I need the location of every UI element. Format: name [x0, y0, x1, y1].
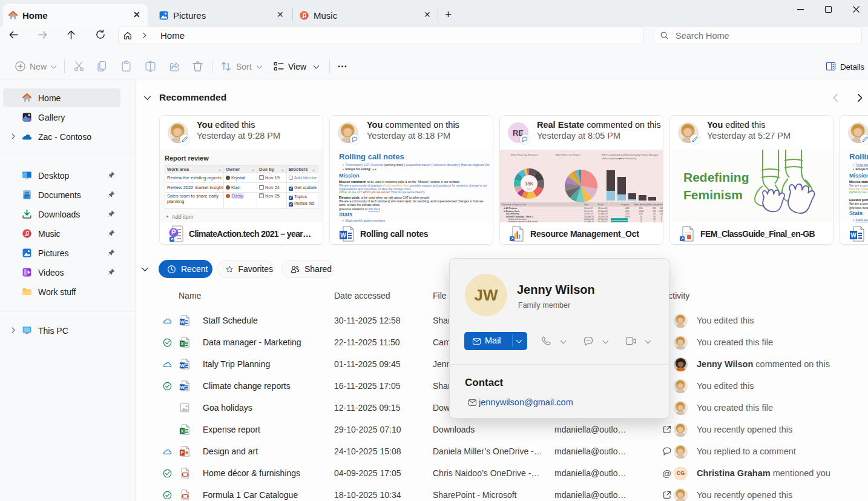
svg-text:⊞ All Projects: ⊞ All Projects	[504, 207, 517, 210]
svg-text:61%: 61%	[625, 210, 630, 213]
svg-text:4/16: 4/16	[625, 207, 630, 210]
svg-text:1,138: 1,138	[659, 210, 663, 213]
svg-text:Effort Completed (Ho...: Effort Completed (Ho...	[647, 204, 663, 206]
svg-text:26-Jun-20: 26-Jun-20	[598, 207, 607, 210]
svg-text:⊞ Email Campaign - Wave 1: ⊞ Email Campaign - Wave 1	[506, 216, 533, 218]
svg-text:20-Nov-19: 20-Nov-19	[598, 213, 608, 215]
svg-text:20-Jul-19: 20-Jul-19	[584, 207, 593, 210]
svg-text:41%: 41%	[625, 213, 630, 215]
svg-text:Resource ▸ Project ▸ Task: Resource ▸ Project ▸ Task	[502, 204, 526, 206]
svg-text:16-Oct-19: 16-Oct-19	[584, 213, 593, 215]
svg-text:0: 0	[661, 216, 662, 218]
svg-text:Progress: Progress	[621, 204, 630, 206]
svg-text:hours: hours	[527, 188, 532, 190]
svg-text:854: 854	[639, 207, 643, 210]
svg-text:⊞ E-directory: ⊞ E-directory	[506, 213, 519, 215]
svg-text:24: 24	[640, 216, 642, 218]
svg-text:18-Dec-19: 18-Dec-19	[598, 216, 608, 218]
svg-text:Finish: Finish	[598, 204, 603, 206]
svg-text:31-Jul-19: 31-Jul-19	[584, 210, 593, 213]
svg-text:46: 46	[653, 213, 656, 215]
svg-text:Start: Start	[584, 204, 588, 206]
svg-text:26-Sep-19: 26-Sep-19	[584, 216, 594, 218]
svg-text:18K: 18K	[525, 181, 534, 187]
svg-text:710: 710	[653, 210, 656, 213]
svg-text:07-Feb-20: 07-Feb-20	[598, 210, 608, 213]
svg-text:⊞ Brittany Stark: ⊞ Brittany Stark	[504, 210, 519, 213]
svg-text:370: 370	[653, 207, 656, 210]
svg-text:100%: 100%	[625, 216, 630, 218]
svg-text:248: 248	[660, 207, 663, 210]
svg-text:W: W	[850, 232, 856, 239]
svg-text:46: 46	[660, 213, 663, 215]
svg-text:456: 456	[639, 213, 643, 215]
svg-text:36: 36	[653, 216, 656, 218]
svg-text:Effort (Hours): Effort (Hours)	[634, 204, 646, 206]
svg-text:W: W	[340, 232, 346, 239]
svg-text:1,848: 1,848	[639, 210, 644, 213]
